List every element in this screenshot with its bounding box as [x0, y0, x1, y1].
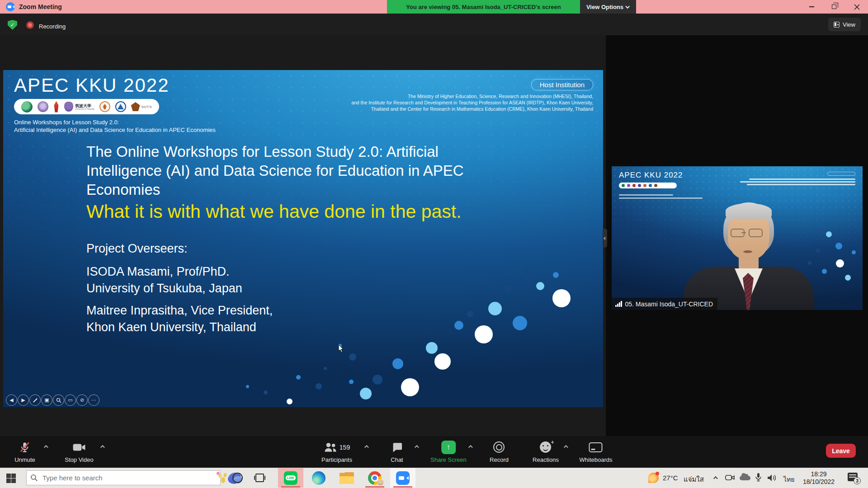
meeting-security-shield-icon[interactable]: ✓ — [8, 20, 17, 30]
start-button[interactable] — [6, 474, 16, 483]
whiteboards-button[interactable]: Whiteboards — [580, 440, 613, 463]
next-slide-button[interactable]: ▶ — [18, 394, 29, 406]
chat-label: Chat — [391, 456, 403, 463]
crme-triangle-logo-icon — [115, 101, 126, 112]
camera-off-button[interactable]: ⊘ — [76, 394, 88, 406]
share-screen-button[interactable]: ↑ Share Screen — [430, 440, 467, 463]
taskbar-zoom-app[interactable] — [390, 468, 415, 488]
slide-logo-strip: 筑波大学 University of Tsukuba SUTS — [14, 99, 159, 114]
taskbar-line-app[interactable]: LINE — [278, 468, 303, 488]
view-options-label: View Options — [586, 4, 623, 10]
zoom-meeting-window: Zoom Meeting You are viewing 05. Masami … — [0, 0, 868, 488]
prev-slide-button[interactable]: ◀ — [6, 394, 17, 406]
reactions-button[interactable]: + Reactions — [533, 440, 559, 463]
microphone-muted-icon — [19, 441, 31, 453]
close-icon — [854, 4, 860, 10]
leave-button[interactable]: Leave — [826, 444, 856, 458]
zoom-magnifier-button[interactable] — [53, 394, 64, 406]
unmute-button[interactable]: Unmute — [14, 440, 35, 463]
subtitle-panel-button[interactable]: ▭ — [65, 394, 76, 406]
weather-description[interactable]: แจ่มใส — [684, 474, 704, 485]
unmute-label: Unmute — [14, 456, 35, 463]
overseer1-name: ISODA Masami, Prof/PhD. — [86, 265, 230, 278]
zoom-app-icon — [6, 2, 15, 11]
speaker-video-thumbnail[interactable]: APEC KKU 2022 — [612, 166, 863, 310]
panel-resize-handle[interactable] — [603, 229, 607, 248]
maximize-button[interactable] — [823, 0, 845, 14]
person-mouth — [743, 250, 752, 253]
overseer2-name: Maitree Inprasitha, Vice President, — [86, 304, 273, 317]
record-label: Record — [490, 456, 509, 463]
video-text-bar — [747, 184, 855, 185]
zoom-app-taskbar-icon — [396, 471, 410, 485]
meeting-info-row: ✓ Recording View — [0, 14, 868, 35]
search-input[interactable] — [42, 474, 217, 482]
minimize-button[interactable] — [800, 0, 823, 14]
participants-button[interactable]: 159 Participants — [321, 440, 352, 463]
more-options-button[interactable]: ⋯ — [88, 394, 99, 406]
meeting-canvas: APEC KKU 2022 筑波大学 University of Tsukuba… — [0, 35, 868, 436]
taskbar-file-explorer[interactable] — [334, 468, 359, 488]
unmute-options-chevron[interactable] — [44, 445, 48, 450]
suts-mark-icon — [131, 102, 140, 111]
shared-screen-slide: APEC KKU 2022 筑波大学 University of Tsukuba… — [3, 70, 603, 407]
cortana-button[interactable] — [232, 473, 243, 483]
taskbar-search-box[interactable] — [26, 470, 221, 485]
clock-time: 18:29 — [798, 470, 840, 478]
pen-icon — [33, 398, 38, 403]
video-slide-brand: APEC KKU 2022 — [619, 171, 683, 180]
chat-options-chevron[interactable] — [415, 445, 419, 450]
reactions-smiley-icon: + — [540, 441, 552, 453]
share-options-chevron[interactable] — [468, 445, 473, 450]
record-button[interactable]: Record — [490, 440, 509, 463]
window-controls — [800, 0, 868, 14]
task-view-button[interactable] — [255, 474, 264, 482]
zoom-control-toolbar: Unmute Stop Video 159 Participants — [0, 436, 868, 468]
window-title: Zoom Meeting — [19, 3, 62, 10]
reactions-label: Reactions — [533, 456, 559, 463]
host-line-2: and the Institute for Research and Devel… — [351, 99, 593, 106]
annotate-pen-button[interactable] — [29, 394, 41, 406]
tray-microphone-icon[interactable] — [755, 473, 762, 484]
notification-badge[interactable]: 3 — [854, 477, 861, 484]
language-indicator[interactable]: ไทย — [783, 474, 794, 484]
slides-overview-button[interactable]: ▣ — [41, 394, 52, 406]
weather-temperature[interactable]: 27°C — [663, 474, 678, 482]
reactions-options-chevron[interactable] — [564, 445, 568, 450]
overseer1-affiliation: University of Tsukuba, Japan — [86, 282, 242, 295]
whiteboard-icon — [589, 442, 603, 452]
stop-video-options-chevron[interactable] — [100, 445, 105, 450]
glasses-right-lens-icon — [749, 229, 763, 237]
chat-button[interactable]: Chat — [391, 440, 403, 463]
view-label: View — [843, 21, 855, 28]
taskbar-chrome-app[interactable] — [362, 468, 387, 488]
stop-video-button[interactable]: Stop Video — [65, 440, 93, 463]
slide-subtitle-line1: Online Workshops for Lesson Study 2.0: — [14, 118, 216, 126]
video-host-badge-decor — [827, 172, 855, 176]
magnifier-icon — [56, 398, 61, 403]
view-options-button[interactable]: View Options — [580, 0, 636, 14]
meet-now-camera-icon[interactable] — [725, 473, 735, 484]
view-layout-button[interactable]: View — [828, 18, 861, 31]
edge-app-icon — [312, 471, 326, 485]
tsukuba-sublabel: University of Tsukuba — [75, 108, 94, 110]
recording-indicator-icon — [26, 21, 34, 29]
close-button[interactable] — [845, 0, 868, 14]
viewing-screen-banner: You are viewing 05. Masami Isoda_UT-CRIC… — [387, 0, 580, 14]
volume-icon[interactable] — [767, 474, 778, 484]
chrome-profile-avatar — [377, 479, 384, 486]
participants-icon — [324, 441, 337, 453]
onedrive-cloud-icon[interactable] — [740, 476, 750, 480]
weather-sun-icon[interactable] — [648, 473, 659, 483]
taskbar-clock[interactable]: 18:29 18/10/2022 — [798, 470, 840, 486]
participants-count: 159 — [340, 444, 350, 451]
suts-label: SUTS — [142, 105, 152, 109]
taskbar-edge-app[interactable] — [306, 468, 331, 488]
chat-bubble-icon — [391, 441, 403, 453]
tsukuba-label: 筑波大学 — [75, 103, 94, 108]
kku-flame-logo-icon — [53, 101, 59, 113]
slide-overseers-label: Project Overseers: — [86, 240, 509, 257]
participants-options-chevron[interactable] — [364, 445, 369, 450]
person-hair-front — [726, 203, 772, 219]
video-camera-icon — [72, 441, 86, 453]
